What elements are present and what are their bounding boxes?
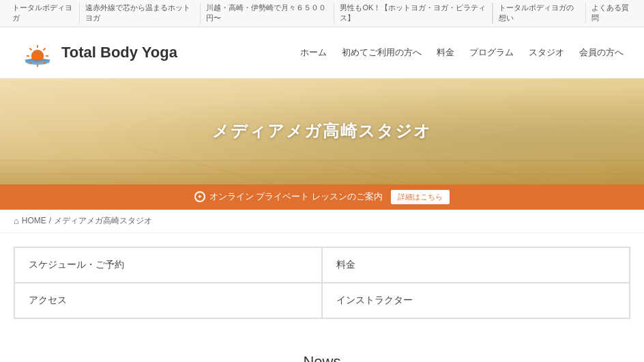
svg-line-8 [44, 48, 46, 50]
topbar-link-1[interactable]: トータルボディヨガの想い [493, 3, 585, 23]
breadcrumb-home[interactable]: HOME [22, 216, 46, 225]
breadcrumb-current: メディアメガ高崎スタジオ [54, 215, 152, 227]
breadcrumb: ⌂ HOME / メディアメガ高崎スタジオ [0, 210, 644, 233]
menu-item-instructor[interactable]: インストラクター [322, 283, 630, 318]
topbar-item-3: 川越・高崎・伊勢崎で月々６５００円〜 [201, 3, 335, 24]
nav-item-home[interactable]: ホーム [300, 46, 327, 59]
topbar-item-2: 遠赤外線で芯から温まるホットヨガ [80, 3, 201, 24]
banner-detail-button[interactable]: 詳細はこちら [391, 190, 450, 204]
nav-item-program[interactable]: プログラム [469, 46, 514, 59]
svg-line-16 [409, 147, 546, 184]
hero-title: メディアメガ高崎スタジオ [212, 120, 432, 142]
news-section: News 高崎新着news [0, 346, 644, 362]
main-nav: ホーム 初めてご利用の方へ 料金 プログラム スタジオ 会員の方へ [300, 46, 624, 59]
logo-icon [20, 36, 55, 70]
nav-item-member[interactable]: 会員の方へ [579, 46, 624, 59]
top-bar: トータルボディヨガ 遠赤外線で芯から温まるホットヨガ 川越・高崎・伊勢崎で月々６… [0, 0, 644, 27]
logo[interactable]: Total Body Yoga [20, 36, 177, 70]
svg-line-14 [136, 147, 273, 184]
menu-item-access[interactable]: アクセス [14, 283, 322, 318]
header: Total Body Yoga ホーム 初めてご利用の方へ 料金 プログラム ス… [0, 27, 644, 79]
nav-item-price[interactable]: 料金 [437, 46, 454, 59]
banner-text: ✦ オンライン プライベート レッスンのご案内 [194, 191, 383, 203]
banner-circle-icon: ✦ [194, 191, 205, 202]
hero-section: メディアメガ高崎スタジオ [0, 79, 644, 184]
topbar-link-2[interactable]: よくある質問 [585, 3, 637, 23]
logo-text: Total Body Yoga [61, 44, 177, 61]
nav-item-studio[interactable]: スタジオ [529, 46, 564, 59]
home-icon: ⌂ [14, 216, 19, 226]
banner-message: オンライン プライベート レッスンのご案内 [209, 191, 383, 203]
menu-item-price[interactable]: 料金 [322, 247, 630, 283]
topbar-item-4: 男性もOK！【ホットヨガ・ヨガ・ピラティス】 [334, 3, 492, 24]
menu-grid: スケジュール・ご予約 料金 アクセス インストラクター [14, 247, 630, 319]
svg-line-7 [30, 48, 32, 50]
top-bar-right: トータルボディヨガの想い よくある質問 [493, 3, 644, 23]
nav-item-first-time[interactable]: 初めてご利用の方へ [342, 46, 422, 59]
topbar-item-1: トータルボディヨガ [7, 3, 80, 24]
menu-item-schedule[interactable]: スケジュール・ご予約 [14, 247, 322, 283]
orange-banner: ✦ オンライン プライベート レッスンのご案内 詳細はこちら [0, 184, 644, 210]
top-bar-left: トータルボディヨガ 遠赤外線で芯から温まるホットヨガ 川越・高崎・伊勢崎で月々６… [0, 3, 493, 24]
breadcrumb-separator: / [49, 216, 51, 225]
svg-line-15 [273, 147, 409, 184]
main-content: スケジュール・ご予約 料金 アクセス インストラクター [0, 233, 644, 346]
news-title: News [14, 353, 630, 362]
